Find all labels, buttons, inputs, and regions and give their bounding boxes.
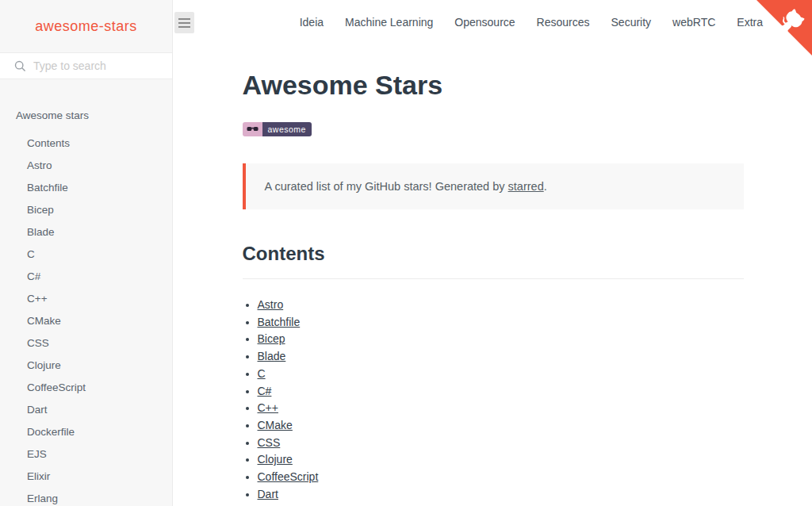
sidebar-item[interactable]: C++: [0, 288, 172, 310]
topnav-link[interactable]: webRTC: [672, 16, 715, 29]
contents-link[interactable]: CSS: [258, 436, 281, 449]
list-item: Batchfile: [258, 314, 744, 332]
sunglasses-icon: [243, 122, 262, 136]
badge-label: awesome: [262, 122, 312, 136]
sidebar-item[interactable]: C: [0, 243, 172, 266]
badge-row: awesome: [243, 121, 744, 136]
quote-text: A curated list of my GitHub stars! Gener…: [265, 180, 508, 193]
contents-link[interactable]: C++: [258, 401, 278, 414]
starred-link[interactable]: starred: [508, 180, 544, 193]
sidebar-item-list: ContentsAstroBatchfileBicepBladeCC#C++CM…: [0, 132, 172, 506]
awesome-badge[interactable]: awesome: [243, 122, 312, 136]
contents-link[interactable]: Dart: [258, 488, 278, 500]
logo-area: awesome-stars: [0, 0, 172, 52]
top-navigation: IdeiaMachine LearningOpensourceResources…: [174, 0, 812, 44]
list-item: Astro: [258, 297, 744, 314]
sidebar: awesome-stars Awesome stars ContentsAstr…: [0, 0, 173, 506]
sidebar-nav: Awesome stars ContentsAstroBatchfileBice…: [0, 79, 172, 506]
list-item: CSS: [258, 435, 744, 452]
sidebar-item[interactable]: Elixir: [0, 466, 172, 488]
sidebar-item[interactable]: Dart: [0, 399, 172, 421]
contents-link[interactable]: Batchfile: [258, 316, 301, 328]
topnav-link[interactable]: Ideia: [300, 16, 324, 29]
list-item: Clojure: [258, 451, 744, 469]
sidebar-item[interactable]: Blade: [0, 221, 172, 243]
contents-link[interactable]: Astro: [258, 298, 284, 311]
list-item: CMake: [258, 417, 744, 435]
site-logo[interactable]: awesome-stars: [35, 18, 137, 35]
list-item: C: [258, 366, 744, 383]
topnav-link[interactable]: Security: [611, 16, 652, 29]
topnav-link[interactable]: Opensource: [454, 16, 515, 29]
contents-heading: Contents: [243, 243, 744, 279]
sidebar-item[interactable]: EJS: [0, 443, 172, 466]
page-content: Awesome Stars awesome A curated list of …: [243, 70, 744, 506]
list-item: C++: [258, 400, 744, 417]
hamburger-icon: [178, 26, 190, 28]
list-item: Dockerfile: [258, 503, 744, 506]
hamburger-icon: [178, 18, 190, 20]
list-item: Bicep: [258, 331, 744, 348]
sidebar-item[interactable]: CSS: [0, 332, 172, 355]
list-item: Blade: [258, 348, 744, 366]
sidebar-item[interactable]: Contents: [0, 132, 172, 155]
list-item: CoffeeScript: [258, 469, 744, 486]
contents-link[interactable]: Bicep: [258, 332, 285, 345]
contents-link[interactable]: Blade: [258, 350, 286, 362]
sidebar-item[interactable]: CMake: [0, 310, 172, 332]
sidebar-item[interactable]: Clojure: [0, 355, 172, 377]
list-item: Dart: [258, 486, 744, 504]
contents-link[interactable]: C#: [258, 385, 272, 397]
hamburger-icon: [178, 22, 190, 24]
sidebar-item[interactable]: Erlang: [0, 488, 172, 506]
search-bar[interactable]: [0, 52, 172, 79]
search-icon: [14, 60, 26, 72]
list-item: C#: [258, 383, 744, 401]
topnav-link[interactable]: Resources: [537, 16, 590, 29]
topnav-link[interactable]: Machine Learning: [345, 16, 433, 29]
quote-suffix: .: [544, 180, 547, 193]
sidebar-item-awesome-stars[interactable]: Awesome stars: [0, 109, 172, 132]
search-input[interactable]: [33, 59, 163, 72]
sidebar-item[interactable]: Batchfile: [0, 177, 172, 199]
main-area: IdeiaMachine LearningOpensourceResources…: [174, 0, 812, 506]
sidebar-item[interactable]: CoffeeScript: [0, 377, 172, 399]
sidebar-item[interactable]: Astro: [0, 155, 172, 177]
sidebar-item[interactable]: Dockerfile: [0, 421, 172, 443]
github-corner-icon[interactable]: [756, 0, 812, 56]
intro-blockquote: A curated list of my GitHub stars! Gener…: [243, 163, 744, 209]
contents-link[interactable]: CMake: [258, 419, 293, 431]
contents-list: AstroBatchfileBicepBladeCC#C++CMakeCSSCl…: [243, 297, 744, 506]
contents-link[interactable]: Clojure: [258, 453, 293, 466]
sidebar-toggle-button[interactable]: [174, 12, 194, 33]
sidebar-item[interactable]: Bicep: [0, 199, 172, 221]
contents-link[interactable]: CoffeeScript: [258, 470, 319, 483]
contents-link[interactable]: C: [258, 367, 266, 380]
page-title: Awesome Stars: [243, 70, 744, 101]
sidebar-item[interactable]: C#: [0, 266, 172, 288]
